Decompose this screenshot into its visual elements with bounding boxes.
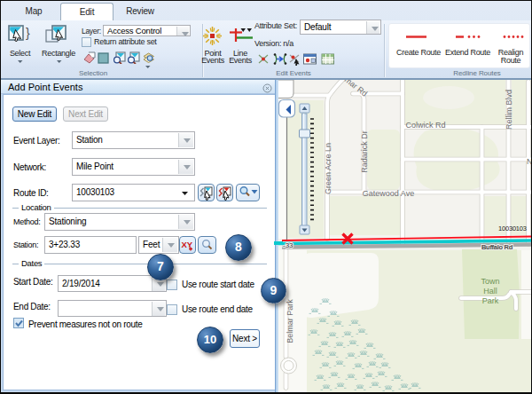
svg-text:10030103: 10030103 <box>498 225 527 232</box>
svg-text:Rellim Blvd: Rellim Blvd <box>505 90 513 130</box>
svg-text:Park: Park <box>482 296 499 305</box>
svg-text:XY: XY <box>182 240 193 249</box>
svg-text:Buffalo Rd: Buffalo Rd <box>481 243 513 251</box>
svg-text:Gatewood Ave: Gatewood Ave <box>363 189 414 198</box>
svg-text:N: N <box>527 157 531 166</box>
svg-text:Colwick Rd: Colwick Rd <box>405 121 445 130</box>
svg-text:-33: -33 <box>283 241 293 249</box>
svg-text:Green Acre Ln: Green Acre Ln <box>324 143 332 194</box>
svg-text:}: } <box>26 26 30 40</box>
svg-text:Radarick Dr: Radarick Dr <box>360 130 369 173</box>
svg-text:Hall: Hall <box>483 287 497 296</box>
svg-text:Belmar Park: Belmar Park <box>286 299 294 343</box>
svg-text:Town: Town <box>481 277 499 286</box>
